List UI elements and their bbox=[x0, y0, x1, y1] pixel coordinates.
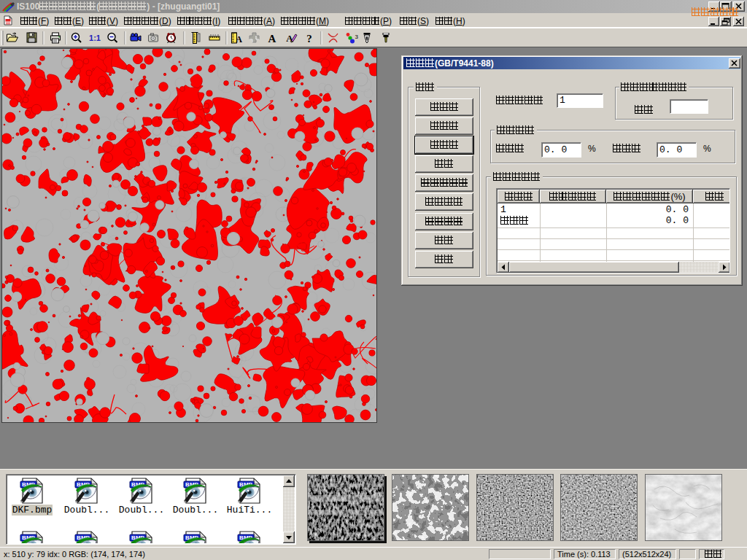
svg-text:?: ? bbox=[306, 33, 312, 44]
svg-text:1:1: 1:1 bbox=[89, 34, 101, 42]
svg-text:3: 3 bbox=[355, 34, 359, 40]
svg-text:A: A bbox=[268, 33, 276, 44]
svg-text:A: A bbox=[236, 34, 242, 44]
